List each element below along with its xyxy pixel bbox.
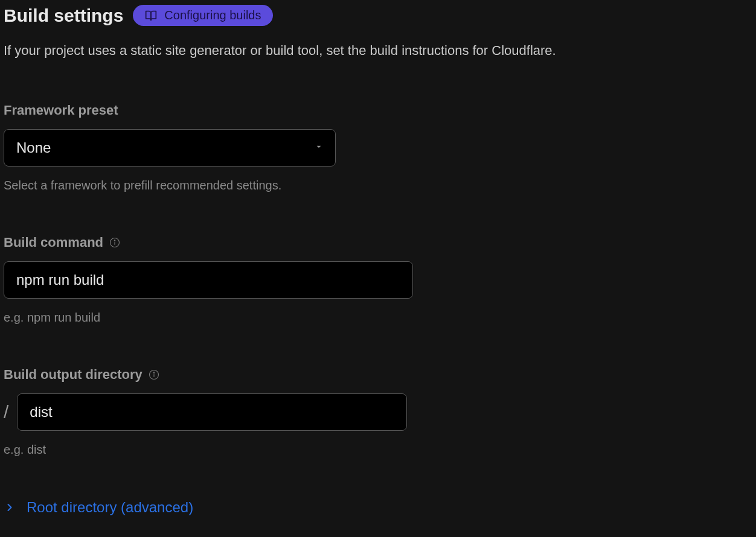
path-prefix: /: [4, 402, 8, 422]
build-output-input[interactable]: [17, 393, 407, 431]
build-command-input[interactable]: [4, 261, 413, 299]
build-command-label: Build command: [4, 235, 103, 250]
framework-preset-helper: Select a framework to prefill recommende…: [4, 179, 752, 192]
info-icon[interactable]: [149, 369, 159, 380]
page-description: If your project uses a static site gener…: [4, 40, 752, 60]
page-title: Build settings: [4, 5, 123, 26]
svg-point-5: [153, 372, 155, 373]
badge-label: Configuring builds: [164, 8, 261, 22]
framework-preset-label: Framework preset: [4, 103, 118, 118]
book-open-icon: [145, 10, 157, 22]
root-directory-toggle[interactable]: Root directory (advanced): [4, 499, 752, 516]
root-directory-label: Root directory (advanced): [27, 499, 193, 516]
build-output-label: Build output directory: [4, 367, 143, 383]
build-command-helper: e.g. npm run build: [4, 311, 752, 325]
framework-preset-select[interactable]: None: [4, 129, 336, 167]
info-icon[interactable]: [109, 237, 120, 248]
build-output-helper: e.g. dist: [4, 443, 752, 457]
configuring-builds-badge[interactable]: Configuring builds: [133, 5, 273, 26]
chevron-right-icon: [4, 501, 16, 513]
svg-point-2: [114, 240, 115, 241]
